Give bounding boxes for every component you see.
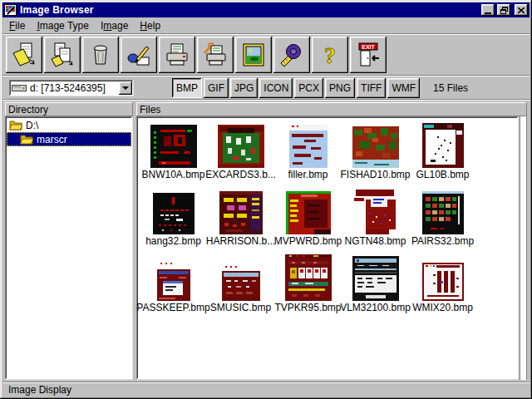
- file-count-label: 15 Files: [433, 82, 468, 94]
- file-thumbnail: [222, 266, 260, 301]
- file-thumbnail: [157, 263, 190, 301]
- print-icon: [164, 42, 190, 68]
- measure-icon: [278, 42, 305, 68]
- file-item-fishad10-bmp[interactable]: FISHAD10.bmp: [342, 120, 409, 186]
- file-item-tvpkr95-bmp[interactable]: TVPKR95.bmp: [274, 253, 342, 319]
- filetype-pcx-button[interactable]: PCX: [294, 78, 323, 98]
- toolbar: ? EXIT: [2, 35, 530, 75]
- title-bar: Image Browser: [2, 2, 530, 17]
- file-name-label: filler.bmp: [288, 169, 328, 180]
- restore-button[interactable]: [497, 4, 510, 16]
- file-thumbnail: [289, 125, 328, 168]
- toolbar-open-button[interactable]: [6, 37, 42, 73]
- print-setup-icon: [202, 42, 229, 68]
- menu-file[interactable]: File: [3, 18, 31, 33]
- directory-item-label: marscr: [37, 134, 71, 145]
- file-name-label: SMUSIC.bmp: [210, 302, 271, 313]
- filetype-wmf-button[interactable]: WMF: [387, 78, 420, 98]
- file-type-filter: BMPGIFJPGICONPCXPNGTIFFWMF: [172, 78, 420, 98]
- toolbar-delete-button[interactable]: [82, 37, 119, 73]
- file-name-label: BNW10A.bmp: [141, 169, 204, 180]
- open-icon: [11, 42, 37, 68]
- directory-header: Directory: [5, 102, 133, 116]
- file-item-gl10b-bmp[interactable]: GL10B.bmp: [409, 120, 476, 186]
- directory-item-label: D:\: [26, 120, 42, 131]
- drive-icon: [12, 83, 27, 92]
- minimize-icon: [485, 12, 491, 14]
- file-thumbnail: [150, 125, 197, 168]
- file-item-hang32-bmp[interactable]: hang32.bmp: [140, 186, 207, 253]
- menu-image-type[interactable]: Image Type: [31, 18, 95, 33]
- menu-image[interactable]: Image: [95, 18, 134, 33]
- directory-item-d[interactable]: D:\: [7, 118, 131, 132]
- file-name-label: EXCARDS3.b...: [205, 169, 276, 180]
- restore-icon: [500, 7, 508, 14]
- file-name-label: hang32.bmp: [145, 235, 201, 247]
- window-title: Image Browser: [20, 4, 479, 16]
- file-name-label: VLM32100.bmp: [340, 302, 411, 313]
- filetype-icon-button[interactable]: ICON: [259, 78, 293, 98]
- file-name-label: PASSKEEP.bmp: [136, 302, 209, 313]
- folder-icon: [9, 121, 22, 131]
- toolbar-print-button[interactable]: [159, 37, 195, 73]
- directory-item-marscr[interactable]: marscr: [7, 132, 131, 146]
- exit-icon: EXIT: [355, 42, 382, 68]
- file-item-harrison-b[interactable]: HARRISON.b...: [207, 186, 274, 253]
- file-item-bnw10a-bmp[interactable]: BNW10A.bmp: [140, 120, 207, 186]
- filetype-tiff-button[interactable]: TIFF: [357, 78, 386, 98]
- file-name-label: TVPKR95.bmp: [274, 302, 341, 313]
- file-name-label: HARRISON.b...: [206, 235, 275, 247]
- picture-icon: [240, 42, 267, 68]
- file-item-pairs32-bmp[interactable]: PAIRS32.bmp: [409, 186, 476, 253]
- drive-dropdown-button[interactable]: [119, 81, 132, 95]
- filetype-bmp-button[interactable]: BMP: [172, 78, 202, 98]
- files-header: Files: [136, 102, 527, 116]
- files-scrollbar[interactable]: [520, 116, 527, 380]
- toolbar-exit-button[interactable]: EXIT: [350, 37, 387, 73]
- drive-select-value: d: [713-5246395]: [30, 82, 106, 94]
- file-item-excards3-b[interactable]: EXCARDS3.b...: [207, 120, 274, 186]
- file-item-mvpwrd-bmp[interactable]: MVPWRD.bmp: [274, 186, 342, 253]
- file-thumbnail: [285, 254, 332, 301]
- file-name-label: FISHAD10.bmp: [340, 169, 410, 180]
- close-button[interactable]: [515, 4, 528, 16]
- folder-icon: [20, 135, 33, 145]
- app-icon: [4, 4, 17, 16]
- file-item-ngtn48-bmp[interactable]: NGTN48.bmp: [342, 186, 409, 253]
- file-thumbnail: [352, 256, 399, 301]
- file-name-label: NGTN48.bmp: [344, 235, 406, 247]
- toolbar-edit-button[interactable]: [121, 37, 157, 73]
- toolbar-measure-button[interactable]: [273, 37, 310, 73]
- close-icon: [518, 7, 525, 13]
- file-name-label: MVPWRD.bmp: [274, 235, 342, 247]
- delete-icon: [87, 42, 114, 68]
- file-thumbnail: [422, 123, 464, 168]
- toolbar-help-button[interactable]: ?: [312, 37, 348, 73]
- minimize-button[interactable]: [481, 4, 495, 16]
- file-name-label: WMIX20.bmp: [412, 302, 473, 313]
- file-item-passkeep-bmp[interactable]: PASSKEEP.bmp: [140, 253, 207, 319]
- svg-text:EXIT: EXIT: [362, 44, 375, 50]
- main-panels: Directory D:\ marscr Files BNW10A.bmpEXC…: [2, 101, 530, 382]
- file-thumbnail: [218, 125, 264, 168]
- toolbar-copy-button[interactable]: [44, 37, 81, 73]
- menu-help[interactable]: Help: [134, 18, 166, 33]
- filetype-png-button[interactable]: PNG: [325, 78, 355, 98]
- toolbar-image-display-button[interactable]: [235, 37, 272, 73]
- edit-icon: [126, 42, 152, 68]
- file-thumbnail: [422, 191, 464, 234]
- file-thumbnail: [352, 126, 399, 168]
- filetype-gif-button[interactable]: GIF: [204, 78, 229, 98]
- toolbar-print-setup-button[interactable]: [197, 37, 234, 73]
- file-item-vlm32100-bmp[interactable]: VLM32100.bmp: [342, 253, 409, 319]
- drive-select[interactable]: d: [713-5246395]: [9, 80, 134, 96]
- file-item-wmix20-bmp[interactable]: WMIX20.bmp: [409, 253, 476, 319]
- file-item-filler-bmp[interactable]: filler.bmp: [274, 120, 342, 186]
- file-thumbnail: [219, 191, 263, 234]
- chevron-down-icon: [122, 86, 129, 90]
- filetype-jpg-button[interactable]: JPG: [230, 78, 258, 98]
- status-text: Image Display: [8, 384, 71, 396]
- file-thumbnail: [153, 193, 195, 234]
- files-grid: BNW10A.bmpEXCARDS3.b...filler.bmpFISHAD1…: [136, 116, 519, 380]
- file-item-smusic-bmp[interactable]: SMUSIC.bmp: [207, 253, 274, 319]
